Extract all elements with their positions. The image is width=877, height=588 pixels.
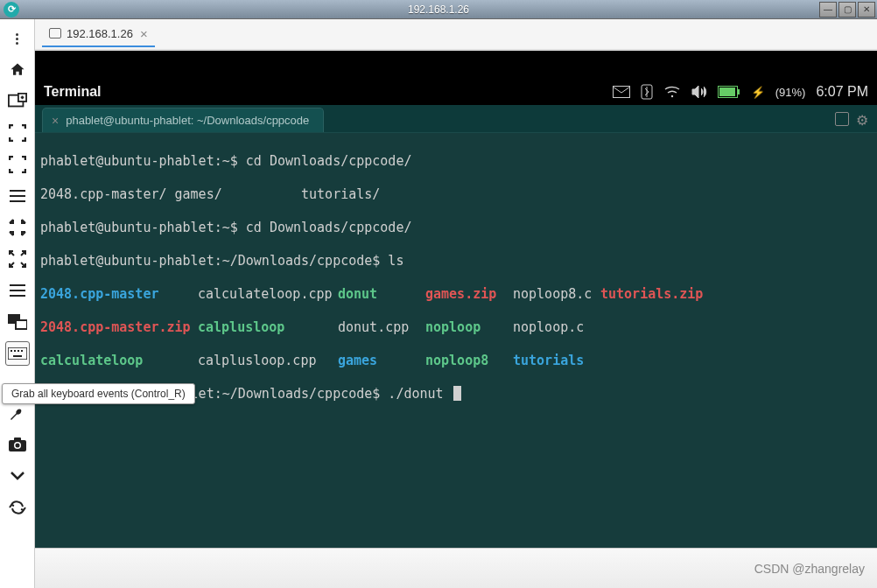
tab-strip: 192.168.1.26 × bbox=[35, 19, 877, 51]
svg-point-16 bbox=[671, 95, 673, 97]
refresh-icon[interactable] bbox=[5, 495, 30, 520]
ls-item: donut bbox=[338, 286, 425, 303]
gear-icon[interactable]: ⚙ bbox=[856, 112, 868, 129]
bluetooth-icon[interactable] bbox=[641, 84, 653, 100]
volume-icon[interactable] bbox=[691, 85, 707, 99]
terminal-tabbar: × phablet@ubuntu-phablet: ~/Downloads/cp… bbox=[35, 105, 877, 133]
copy-icon[interactable] bbox=[835, 112, 849, 126]
svg-rect-6 bbox=[14, 350, 16, 352]
window-title: 192.168.1.26 bbox=[408, 4, 469, 16]
prompt: phablet@ubuntu-phablet:~$ bbox=[40, 220, 238, 236]
ls-item: games bbox=[338, 353, 425, 369]
tooltip: Grab all keyboard events (Control_R) bbox=[2, 383, 195, 404]
ls-item: donut.cpp bbox=[338, 319, 425, 336]
app-logo-icon: ⟳ bbox=[4, 2, 19, 18]
battery-percent: (91%) bbox=[775, 86, 806, 99]
app-title: Terminal bbox=[44, 84, 102, 100]
svg-rect-8 bbox=[21, 350, 23, 352]
svg-point-13 bbox=[15, 444, 19, 448]
monitor-icon bbox=[49, 28, 61, 38]
expand-in-icon[interactable] bbox=[5, 215, 30, 240]
wifi-icon[interactable] bbox=[663, 86, 681, 98]
close-button[interactable]: ✕ bbox=[858, 2, 875, 18]
footer: CSDN @zhangrelay bbox=[35, 548, 877, 588]
watermark: CSDN @zhangrelay bbox=[754, 562, 865, 576]
svg-rect-18 bbox=[719, 88, 735, 96]
terminal-tab[interactable]: × phablet@ubuntu-phablet: ~/Downloads/cp… bbox=[42, 108, 324, 132]
ls-item: noploop8.c bbox=[513, 286, 600, 303]
expand-out-icon[interactable] bbox=[5, 247, 30, 271]
ls-item: noploop8 bbox=[425, 353, 513, 369]
camera-icon[interactable] bbox=[5, 432, 30, 457]
titlebar: ⟳ 192.168.1.26 — ▢ ✕ bbox=[0, 0, 877, 19]
home-icon[interactable] bbox=[5, 58, 30, 82]
cursor bbox=[453, 386, 461, 401]
chevron-down-icon[interactable] bbox=[5, 464, 30, 488]
screens-icon[interactable] bbox=[5, 310, 30, 334]
ls-item: calculateloop bbox=[40, 353, 198, 369]
ls-item: noploop.c bbox=[513, 319, 584, 336]
ls-item: calplusloop.cpp bbox=[198, 353, 338, 369]
wrench-icon[interactable] bbox=[5, 401, 30, 425]
side-toolbar bbox=[0, 19, 35, 588]
ls-item: tutorials bbox=[513, 353, 584, 369]
svg-rect-14 bbox=[613, 87, 629, 98]
svg-rect-5 bbox=[11, 350, 12, 352]
remote-top-margin bbox=[35, 51, 877, 79]
charging-icon: ⚡ bbox=[751, 86, 765, 99]
tab-label: 192.168.1.26 bbox=[67, 27, 133, 40]
brackets-icon[interactable] bbox=[5, 121, 30, 145]
maximize-button[interactable]: ▢ bbox=[838, 2, 856, 18]
svg-rect-4 bbox=[8, 347, 27, 360]
add-monitor-icon[interactable] bbox=[5, 89, 30, 114]
tab-connection[interactable]: 192.168.1.26 × bbox=[42, 21, 155, 47]
cmd: cd Downloads/cppcode/ bbox=[238, 153, 412, 170]
clock: 6:07 PM bbox=[816, 84, 868, 100]
ls-item: tutorials.zip bbox=[600, 286, 703, 303]
cmd: ls bbox=[380, 253, 403, 270]
dirs: games/ tutorials/ bbox=[167, 186, 381, 203]
ls-item: calculateloop.cpp bbox=[198, 286, 338, 303]
ls-item: calplusloop bbox=[198, 319, 338, 336]
svg-rect-11 bbox=[14, 438, 21, 441]
mail-icon[interactable] bbox=[613, 86, 630, 98]
ls-item: 2048.cpp-master.zip bbox=[40, 319, 198, 336]
menu-dots-icon[interactable] bbox=[5, 26, 30, 51]
dir: 2048.cpp-master/ bbox=[40, 186, 167, 203]
tab-close-icon[interactable]: × bbox=[52, 114, 59, 128]
remote-screen: Terminal ⚡ (91%) 6:07 PM × bbox=[35, 51, 877, 588]
prompt: phablet@ubuntu-phablet:~/Downloads/cppco… bbox=[40, 253, 380, 270]
cmd: cd Downloads/cppcode/ bbox=[238, 220, 412, 236]
svg-rect-9 bbox=[13, 355, 22, 357]
lines-icon[interactable] bbox=[5, 184, 30, 208]
prompt: phablet@ubuntu-phablet:~$ bbox=[40, 153, 238, 170]
keyboard-icon[interactable] bbox=[5, 341, 30, 366]
svg-rect-3 bbox=[16, 320, 27, 329]
minimize-button[interactable]: — bbox=[819, 2, 837, 18]
brackets2-icon[interactable] bbox=[5, 152, 30, 177]
battery-icon[interactable] bbox=[718, 86, 740, 98]
ls-item: games.zip bbox=[425, 286, 513, 303]
cmd: ./donut bbox=[380, 386, 451, 402]
svg-rect-7 bbox=[18, 350, 19, 352]
terminal-tab-label: phablet@ubuntu-phablet: ~/Downloads/cppc… bbox=[66, 114, 309, 127]
lines2-icon[interactable] bbox=[5, 278, 30, 303]
ls-item: 2048.cpp-master bbox=[40, 286, 198, 303]
svg-rect-19 bbox=[738, 89, 740, 94]
terminal-output[interactable]: phablet@ubuntu-phablet:~$ cd Downloads/c… bbox=[35, 133, 877, 548]
ls-item: noploop bbox=[425, 319, 513, 336]
tab-close-button[interactable]: × bbox=[140, 26, 148, 41]
remote-statusbar: Terminal ⚡ (91%) 6:07 PM bbox=[35, 79, 877, 105]
